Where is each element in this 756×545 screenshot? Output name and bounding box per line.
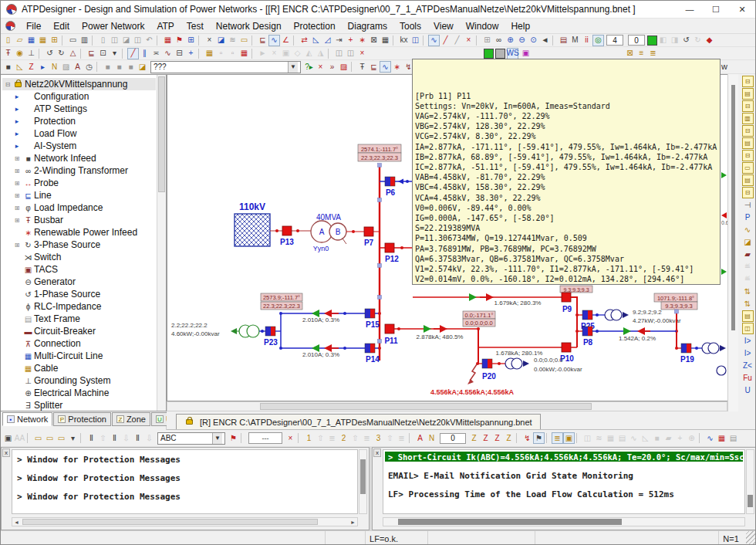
chart-mini-icon[interactable]: ◺: [14, 61, 25, 73]
tree-item-protection[interactable]: ▸ Protection: [2, 115, 156, 127]
swatch3-icon[interactable]: ■: [125, 61, 137, 73]
op-icon[interactable]: ▫: [215, 48, 227, 59]
frame-select-icon[interactable]: ⊡: [97, 48, 109, 59]
z2-icon[interactable]: Z: [480, 432, 491, 444]
canvas-vertical-scrollbar[interactable]: [727, 74, 738, 411]
chart-p1-icon[interactable]: ∿: [742, 224, 754, 235]
message-icon[interactable]: ▭: [238, 35, 250, 46]
chart-b-icon[interactable]: ◿: [322, 35, 333, 46]
expand-icon[interactable]: ⊞: [12, 242, 22, 249]
meas2-icon[interactable]: ≝: [742, 273, 754, 285]
table-end-icon[interactable]: ▤: [727, 432, 739, 444]
corner-icon[interactable]: ⊑: [86, 48, 97, 59]
tree-item-load-impedance[interactable]: ⊞ φ Load Impedance: [2, 201, 156, 214]
tree-item-tacs[interactable]: ▣ TACS: [2, 263, 156, 276]
phase-a-icon[interactable]: Ⅱ: [86, 432, 97, 444]
probe-p6[interactable]: P6: [385, 177, 396, 197]
image-icon[interactable]: ▨: [60, 61, 72, 73]
close-button[interactable]: ✕: [729, 1, 755, 18]
matrix-end-icon[interactable]: ▦: [716, 432, 727, 444]
probe-p11[interactable]: P11: [384, 324, 398, 345]
align-icon[interactable]: ►: [257, 48, 268, 59]
up-a-icon[interactable]: ⇧: [97, 432, 109, 444]
tree-item-text-frame[interactable]: ▤ Text Frame: [2, 313, 156, 325]
menu-tools[interactable]: Tools: [393, 19, 427, 33]
binoculars-icon[interactable]: M: [569, 35, 581, 46]
tree-item-network-infeed[interactable]: ⊞ ■ Network Infeed: [2, 152, 156, 164]
load-p20-transformer[interactable]: [505, 358, 529, 369]
swatch1-icon[interactable]: ■: [102, 61, 113, 73]
cl-icon[interactable]: ▫: [227, 48, 238, 59]
perpendicular-icon[interactable]: ⊥: [25, 48, 37, 59]
phase-count-field[interactable]: 4: [606, 35, 623, 46]
menu-file[interactable]: File: [20, 19, 47, 33]
curve3-icon[interactable]: ∿: [380, 61, 391, 73]
swap-icon[interactable]: ⇄: [299, 35, 310, 46]
zero-count-field[interactable]: 0: [628, 35, 645, 46]
probe-add-icon[interactable]: Ŧ: [356, 61, 368, 73]
probe-p23[interactable]: P23: [264, 327, 278, 347]
dashed-icon[interactable]: ≍: [150, 48, 162, 59]
probe-p14[interactable]: P14: [365, 344, 380, 364]
chart-select-icon[interactable]: ∠: [280, 35, 292, 46]
i-forward2-icon[interactable]: I>: [742, 347, 754, 359]
clipboard-icon[interactable]: ▣: [520, 48, 532, 59]
menu-view[interactable]: View: [427, 19, 460, 33]
set2-icon[interactable]: 2: [338, 432, 349, 444]
menu-network-design[interactable]: Network Design: [210, 19, 288, 33]
book-gray-icon[interactable]: ▤: [616, 432, 628, 444]
console-vertical-scrollbar[interactable]: [746, 449, 754, 514]
collapse-icon[interactable]: ⊟: [2, 81, 13, 88]
canvas-horizontal-scrollbar[interactable]: [167, 401, 727, 411]
bus-tool-1-icon[interactable]: ⊟: [742, 76, 754, 87]
menu-protection[interactable]: Protection: [288, 19, 342, 33]
zoom-gray-icon[interactable]: ⊕: [686, 432, 697, 444]
tri-gray-icon[interactable]: ◺: [640, 432, 651, 444]
state-gray-swatch[interactable]: [495, 49, 505, 59]
merge-right-icon[interactable]: ◨: [669, 35, 680, 46]
bus-tool-3-icon[interactable]: ⊟: [742, 100, 754, 112]
expand-icon[interactable]: ⊞: [12, 205, 22, 212]
grid-icon[interactable]: ⊞: [481, 35, 493, 46]
status-green-swatch[interactable]: [647, 36, 657, 46]
tab-protection[interactable]: P Protection: [53, 412, 111, 426]
expand-icon[interactable]: ▸: [12, 117, 22, 125]
delete-gray-icon[interactable]: ×: [268, 48, 280, 59]
state-green-swatch[interactable]: [484, 49, 494, 59]
tools-icon[interactable]: ×: [204, 35, 215, 46]
curve2-icon[interactable]: ∿: [428, 35, 440, 46]
updown1-icon[interactable]: ⇅: [742, 286, 754, 297]
probe-p7[interactable]: P7: [364, 227, 374, 247]
resize-grip[interactable]: [746, 531, 756, 545]
swatch2-icon[interactable]: ■: [113, 61, 125, 73]
busbar-tool-icon[interactable]: Ŧ: [2, 48, 14, 59]
duplicate-icon[interactable]: ◫: [132, 35, 143, 46]
chevron-down-icon[interactable]: ▼: [212, 433, 222, 444]
text-a-icon[interactable]: A: [72, 61, 83, 73]
menu-help[interactable]: Help: [505, 19, 536, 33]
load-p25-transformer[interactable]: [605, 310, 629, 320]
probe-p20[interactable]: P20: [482, 359, 496, 381]
rotate-left-icon[interactable]: ↺: [680, 35, 692, 46]
grid1-icon[interactable]: ≣: [326, 432, 338, 444]
copy-icon[interactable]: ◫: [109, 35, 120, 46]
tree-item-load-flow[interactable]: ▸ Load Flow: [2, 127, 156, 140]
expand-icon[interactable]: ⊞: [12, 155, 22, 162]
tab-zone[interactable]: Z Zone: [112, 412, 150, 426]
scroll-right-icon[interactable]: ►: [349, 520, 357, 525]
probe-p15[interactable]: P15: [365, 309, 380, 329]
probe-p8[interactable]: P8: [582, 327, 593, 347]
network-infeed-110kv[interactable]: 110kV: [235, 201, 270, 246]
meas1-icon[interactable]: ≝: [742, 261, 754, 272]
expand-icon[interactable]: ▸: [12, 105, 22, 113]
lock-edit-icon[interactable]: ⊠: [624, 48, 636, 59]
options-icon[interactable]: ◪: [215, 35, 227, 46]
book-icon[interactable]: ▤: [558, 35, 569, 46]
save-icon[interactable]: ▦: [25, 35, 37, 46]
osd3-icon[interactable]: ▭: [56, 432, 67, 444]
mirror-v-icon[interactable]: ◭: [303, 48, 315, 59]
box-select-icon[interactable]: ⊟: [174, 48, 185, 59]
down-b-icon[interactable]: ⇩: [120, 432, 132, 444]
bus-tool-9-icon[interactable]: ▤: [742, 174, 754, 186]
expand-icon[interactable]: ▸: [12, 142, 22, 150]
